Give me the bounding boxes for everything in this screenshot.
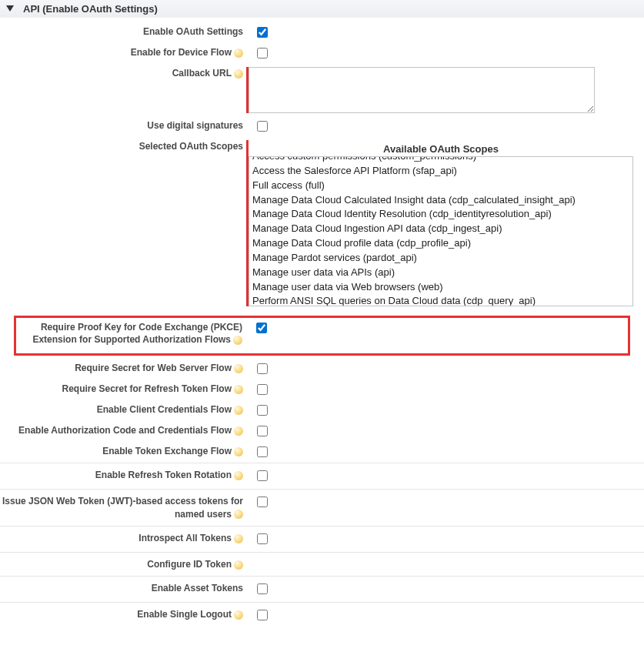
checkbox-jwt[interactable] xyxy=(257,497,268,507)
label-pkce: Require Proof Key for Code Exchange (PKC… xyxy=(32,322,242,345)
help-icon[interactable] xyxy=(234,471,243,480)
checkbox-auth-code-cred[interactable] xyxy=(257,426,268,436)
scope-option[interactable]: Full access (full) xyxy=(249,179,632,193)
scope-option[interactable]: Access custom permissions (custom_permis… xyxy=(249,156,632,164)
form-area: Enable OAuth Settings Enable for Device … xyxy=(0,18,644,628)
label-auth-code-cred: Enable Authorization Code and Credential… xyxy=(18,425,232,436)
checkbox-enable-oauth[interactable] xyxy=(257,27,268,38)
label-client-cred: Enable Client Credentials Flow xyxy=(97,404,232,415)
help-icon[interactable] xyxy=(234,534,243,543)
scope-option[interactable]: Access the Salesforce API Platform (sfap… xyxy=(249,164,632,179)
checkbox-asset-tokens[interactable] xyxy=(257,583,268,594)
label-jwt: Issue JSON Web Token (JWT)-based access … xyxy=(2,496,243,519)
scope-option[interactable]: Manage user data via Web browsers (web) xyxy=(249,280,632,295)
collapse-icon xyxy=(6,5,14,13)
svg-marker-0 xyxy=(6,5,14,12)
help-icon[interactable] xyxy=(234,69,243,79)
help-icon[interactable] xyxy=(234,406,243,415)
help-icon[interactable] xyxy=(234,426,243,436)
checkbox-secret-web[interactable] xyxy=(257,363,268,374)
checkbox-digital-sig[interactable] xyxy=(257,121,268,132)
label-scopes: Selected OAuth Scopes xyxy=(0,140,246,152)
checkbox-device-flow[interactable] xyxy=(257,48,268,59)
scopes-listbox[interactable]: Access custom permissions (custom_permis… xyxy=(249,156,633,306)
label-digital-sig: Use digital signatures xyxy=(0,119,246,132)
label-secret-refresh: Require Secret for Refresh Token Flow xyxy=(62,383,232,394)
help-icon[interactable] xyxy=(234,610,243,620)
label-id-token: Configure ID Token xyxy=(147,559,232,570)
checkbox-introspect[interactable] xyxy=(257,533,268,544)
scope-option[interactable]: Manage Data Cloud Calculated Insight dat… xyxy=(249,193,632,208)
help-icon[interactable] xyxy=(233,336,242,345)
checkbox-client-cred[interactable] xyxy=(257,405,268,416)
scope-option[interactable]: Perform ANSI SQL queries on Data Cloud d… xyxy=(249,294,632,306)
help-icon[interactable] xyxy=(234,48,243,58)
checkbox-secret-refresh[interactable] xyxy=(257,384,268,395)
help-icon[interactable] xyxy=(234,560,243,570)
label-callback-url: Callback URL xyxy=(172,68,232,79)
label-enable-oauth: Enable OAuth Settings xyxy=(0,25,246,38)
label-single-logout: Enable Single Logout xyxy=(137,609,232,620)
help-icon[interactable] xyxy=(234,510,243,519)
scope-option[interactable]: Manage Data Cloud profile data (cdp_prof… xyxy=(249,236,632,251)
section-header[interactable]: API (Enable OAuth Settings) xyxy=(0,0,644,18)
help-icon[interactable] xyxy=(234,447,243,456)
scopes-available-title: Available OAuth Scopes xyxy=(249,140,633,156)
textarea-callback-url[interactable] xyxy=(249,67,595,113)
checkbox-pkce[interactable] xyxy=(256,323,267,333)
help-icon[interactable] xyxy=(234,364,243,373)
help-icon[interactable] xyxy=(234,385,243,394)
label-refresh-rotation: Enable Refresh Token Rotation xyxy=(95,470,232,480)
label-device-flow: Enable for Device Flow xyxy=(131,47,232,58)
label-introspect: Introspect All Tokens xyxy=(138,533,232,543)
section-title: API (Enable OAuth Settings) xyxy=(23,3,158,15)
checkbox-token-exchange[interactable] xyxy=(257,446,268,457)
scope-option[interactable]: Manage Data Cloud Ingestion API data (cd… xyxy=(249,222,632,236)
label-secret-web: Require Secret for Web Server Flow xyxy=(75,363,232,373)
pkce-highlight: Require Proof Key for Code Exchange (PKC… xyxy=(14,316,630,356)
label-token-exchange: Enable Token Exchange Flow xyxy=(102,446,232,456)
checkbox-refresh-rotation[interactable] xyxy=(257,470,268,481)
scope-option[interactable]: Manage user data via APIs (api) xyxy=(249,266,632,280)
scope-option[interactable]: Manage Pardot services (pardot_api) xyxy=(249,251,632,266)
scope-option[interactable]: Manage Data Cloud Identity Resolution (c… xyxy=(249,207,632,222)
checkbox-single-logout[interactable] xyxy=(257,610,268,620)
label-asset-tokens: Enable Asset Tokens xyxy=(0,582,246,594)
